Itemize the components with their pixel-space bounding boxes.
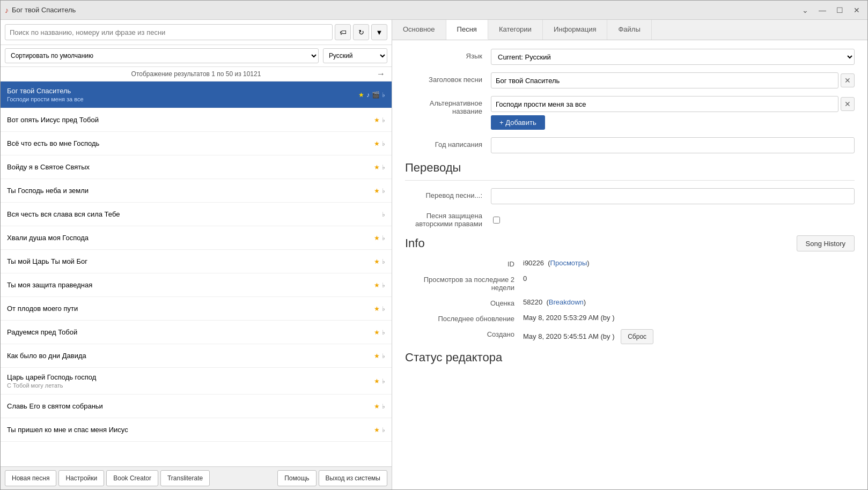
flat-icon: ♭ bbox=[382, 281, 385, 289]
copyright-row: Песня защищена авторскими правами bbox=[405, 212, 855, 228]
score-text: 58220 bbox=[523, 298, 542, 306]
tab-files[interactable]: Файлы bbox=[607, 20, 651, 40]
star-icon[interactable]: ★ bbox=[374, 426, 380, 434]
translation-input[interactable] bbox=[491, 188, 855, 204]
song-title-text: Всё что есть во мне Господь bbox=[7, 139, 374, 147]
song-title-text: Бог твой Спаситель bbox=[7, 87, 358, 95]
song-list-item[interactable]: Бог твой СпасительГосподи прости меня за… bbox=[1, 81, 392, 108]
star-icon[interactable]: ★ bbox=[374, 140, 380, 147]
flat-icon: ♭ bbox=[382, 164, 385, 171]
flat-icon: ♭ bbox=[382, 426, 385, 434]
info-last-update-row: Последнее обновление May 8, 2020 5:53:29… bbox=[405, 314, 855, 323]
reset-btn[interactable]: Сброс bbox=[621, 329, 653, 344]
info-title: Info bbox=[405, 236, 425, 250]
song-list: Бог твой СпасительГосподи прости меня за… bbox=[1, 81, 392, 466]
star-icon[interactable]: ★ bbox=[374, 377, 380, 385]
dropdown-btn[interactable]: ⌄ bbox=[799, 4, 812, 17]
song-icons: ★♭ bbox=[374, 258, 385, 265]
minimize-btn[interactable]: — bbox=[816, 4, 829, 17]
song-title-text: Ты мой Царь Ты мой Бог bbox=[7, 257, 374, 265]
alt-name-row: Альтернативное название ✕ + Добавить bbox=[405, 96, 855, 130]
last-update-text: May 8, 2020 5:53:29 AM (by bbox=[523, 314, 610, 322]
star-icon[interactable]: ★ bbox=[374, 187, 380, 195]
song-list-item[interactable]: Вся честь вся слава вся сила Тебе♭ bbox=[1, 203, 392, 226]
help-button[interactable]: Помощь bbox=[277, 470, 316, 486]
star-icon[interactable]: ★ bbox=[374, 305, 380, 313]
copyright-checkbox[interactable] bbox=[493, 217, 500, 224]
flat-icon: ♭ bbox=[382, 329, 385, 336]
tab-basic[interactable]: Основное bbox=[392, 20, 446, 40]
alt-name-input[interactable] bbox=[491, 96, 838, 112]
created-text: May 8, 2020 5:45:51 AM (by bbox=[523, 332, 610, 340]
score-breakdown-link[interactable]: Breakdown bbox=[549, 298, 584, 306]
song-icons: ★♭ bbox=[374, 234, 385, 242]
song-history-btn[interactable]: Song History bbox=[797, 235, 855, 251]
song-subtitle-text: Господи прости меня за все bbox=[7, 96, 358, 102]
search-input[interactable] bbox=[5, 24, 333, 40]
song-list-item[interactable]: Ты пришел ко мне и спас меня Иисус★♭ bbox=[1, 418, 392, 442]
alt-name-clear-btn[interactable]: ✕ bbox=[841, 97, 855, 111]
star-icon[interactable]: ★ bbox=[374, 281, 380, 289]
song-list-item[interactable]: Вот опять Иисус пред Тобой★♭ bbox=[1, 108, 392, 132]
song-title-text: Как было во дни Давида bbox=[7, 352, 374, 360]
song-list-item[interactable]: Ты мой Царь Ты мой Бог★♭ bbox=[1, 250, 392, 273]
tab-categories[interactable]: Категории bbox=[488, 20, 543, 40]
song-list-item[interactable]: Ты моя защита праведная★♭ bbox=[1, 273, 392, 297]
song-title-text: Хвали душа моя Господа bbox=[7, 234, 374, 242]
book-creator-button[interactable]: Book Creator bbox=[106, 470, 158, 486]
results-next-btn[interactable]: → bbox=[377, 69, 385, 79]
alt-name-label: Альтернативное название bbox=[405, 96, 491, 115]
tab-info[interactable]: Информация bbox=[543, 20, 608, 40]
tabs: Основное Песня Категории Информация Файл… bbox=[392, 20, 867, 40]
search-dropdown-btn[interactable]: ▼ bbox=[371, 24, 387, 40]
star-icon[interactable]: ★ bbox=[374, 234, 380, 242]
song-title-text: Войду я в Святое Святых bbox=[7, 163, 374, 171]
song-list-item[interactable]: Царь царей Господь господС Тобой могу ле… bbox=[1, 368, 392, 395]
star-icon[interactable]: ★ bbox=[374, 116, 380, 124]
tab-song[interactable]: Песня bbox=[446, 20, 488, 40]
song-list-item[interactable]: Как было во дни Давида★♭ bbox=[1, 344, 392, 368]
song-title-input[interactable] bbox=[491, 72, 838, 88]
song-list-item[interactable]: Войду я в Святое Святых★♭ bbox=[1, 155, 392, 179]
star-icon[interactable]: ★ bbox=[374, 329, 380, 336]
info-created-label: Создано bbox=[405, 329, 523, 338]
star-icon[interactable]: ★ bbox=[358, 91, 364, 99]
tag-filter-btn[interactable]: 🏷 bbox=[335, 24, 351, 40]
last-update-suffix: ) bbox=[612, 314, 614, 322]
transliterate-button[interactable]: Transliterate bbox=[160, 470, 210, 486]
song-list-item[interactable]: Радуемся пред Тобой★♭ bbox=[1, 321, 392, 344]
refresh-btn[interactable]: ↻ bbox=[353, 24, 369, 40]
flat-icon: ♭ bbox=[382, 211, 385, 218]
star-icon[interactable]: ★ bbox=[374, 352, 380, 360]
star-icon[interactable]: ★ bbox=[374, 403, 380, 410]
year-input[interactable] bbox=[491, 137, 855, 153]
sort-select[interactable]: Сортировать по умолчанию bbox=[5, 48, 319, 63]
id-views-link[interactable]: Просмотры bbox=[550, 259, 587, 267]
info-created-value: May 8, 2020 5:45:51 AM (by ) Сброс bbox=[523, 329, 855, 344]
song-list-item[interactable]: Ты Господь неба и земли★♭ bbox=[1, 179, 392, 203]
info-score-value: 58220 (Breakdown) bbox=[523, 298, 855, 306]
add-alt-name-btn[interactable]: + Добавить bbox=[491, 115, 545, 130]
flat-icon: ♭ bbox=[382, 116, 385, 124]
left-panel: 🏷 ↻ ▼ Сортировать по умолчанию Русский О… bbox=[1, 20, 392, 489]
settings-button[interactable]: Настройки bbox=[58, 470, 104, 486]
song-icons: ★♭ bbox=[374, 352, 385, 360]
language-select[interactable]: Русский bbox=[323, 48, 387, 63]
maximize-btn[interactable]: ☐ bbox=[833, 4, 846, 17]
song-list-item[interactable]: Всё что есть во мне Господь★♭ bbox=[1, 132, 392, 155]
song-list-item[interactable]: Хвали душа моя Господа★♭ bbox=[1, 226, 392, 250]
star-icon[interactable]: ★ bbox=[374, 164, 380, 171]
song-list-item[interactable]: Славь Его в святом собраньи★♭ bbox=[1, 395, 392, 418]
info-views-value: 0 bbox=[523, 274, 855, 283]
logout-button[interactable]: Выход из системы bbox=[319, 470, 387, 486]
results-count: Отображение результатов 1 по 50 из 10121… bbox=[1, 67, 392, 81]
close-btn[interactable]: ✕ bbox=[850, 4, 863, 17]
star-icon[interactable]: ★ bbox=[374, 258, 380, 265]
year-label: Год написания bbox=[405, 137, 491, 149]
language-select-field[interactable]: Current: Русский bbox=[491, 49, 855, 65]
language-row: Язык Current: Русский bbox=[405, 49, 855, 65]
id-value-text: i90226 bbox=[523, 259, 544, 267]
song-list-item[interactable]: От плодов моего пути★♭ bbox=[1, 297, 392, 321]
new-song-button[interactable]: Новая песня bbox=[5, 470, 56, 486]
song-title-clear-btn[interactable]: ✕ bbox=[841, 73, 855, 87]
